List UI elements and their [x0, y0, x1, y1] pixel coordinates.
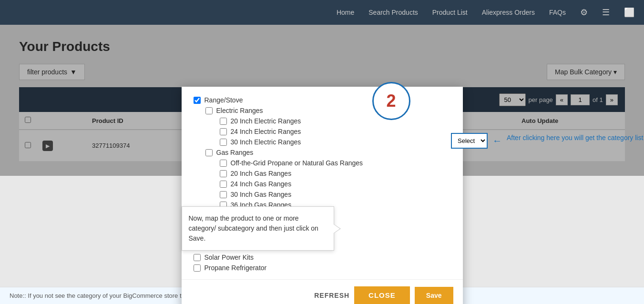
nav-aliexpress-orders[interactable]: Aliexpress Orders — [482, 9, 535, 16]
modal-footer: REFRESH CLOSE Save — [182, 279, 463, 304]
category-checkbox-16[interactable] — [194, 264, 201, 272]
category-item: Solar Power Kits — [194, 253, 451, 261]
category-checkbox-0[interactable] — [194, 97, 201, 104]
category-item: Gas Ranges — [194, 149, 451, 156]
menu-icon[interactable]: ☰ — [602, 7, 610, 18]
category-item: 30 Inch Gas Ranges — [194, 191, 451, 198]
category-checkbox-2[interactable] — [220, 118, 227, 125]
category-label-6: Off-the-Grid Propane or Natural Gas Rang… — [231, 159, 363, 167]
refresh-button[interactable]: REFRESH — [314, 292, 349, 299]
annotation-text: After clicking here you will get the cat… — [507, 134, 644, 142]
arrow-left-icon: ← — [492, 135, 502, 146]
main-content: Your Products filter products ▼ Map Bulk… — [0, 25, 644, 176]
category-checkbox-9[interactable] — [220, 191, 227, 198]
tooltip-bubble: Now, map the product to one or more cate… — [182, 206, 334, 251]
category-item: Range/Stove — [194, 96, 451, 104]
modal-wrapper: 2 Range/StoveElectric Ranges20 Inch Elec… — [182, 87, 463, 304]
top-navigation: Home Search Products Product List Aliexp… — [0, 0, 644, 25]
category-label-1: Electric Ranges — [216, 107, 263, 114]
category-label-5: Gas Ranges — [216, 149, 254, 156]
category-checkbox-3[interactable] — [220, 128, 227, 135]
category-select-dropdown[interactable]: Select — [451, 133, 488, 149]
category-label-16: Propane Refrigerator — [204, 264, 267, 272]
category-label-15: Solar Power Kits — [204, 253, 254, 261]
nav-home[interactable]: Home — [337, 9, 354, 16]
category-checkbox-1[interactable] — [205, 107, 213, 114]
nav-faqs[interactable]: FAQs — [549, 9, 566, 16]
category-item: 20 Inch Gas Ranges — [194, 170, 451, 177]
close-button[interactable]: CLOSE — [354, 286, 410, 304]
category-checkbox-4[interactable] — [220, 139, 227, 146]
category-label-9: 30 Inch Gas Ranges — [231, 191, 292, 198]
nav-search-products[interactable]: Search Products — [368, 9, 418, 16]
category-item: 20 Inch Electric Ranges — [194, 117, 451, 125]
category-modal: Range/StoveElectric Ranges20 Inch Electr… — [182, 87, 463, 304]
category-checkbox-8[interactable] — [220, 181, 227, 188]
category-item: 24 Inch Gas Ranges — [194, 180, 451, 188]
category-checkbox-5[interactable] — [205, 149, 213, 156]
gear-icon[interactable]: ⚙ — [580, 7, 588, 18]
category-label-0: Range/Stove — [204, 96, 243, 104]
category-item: 24 Inch Electric Ranges — [194, 128, 451, 135]
category-label-8: 24 Inch Gas Ranges — [231, 180, 292, 188]
category-item: 30 Inch Electric Ranges — [194, 138, 451, 146]
step-badge: 2 — [372, 82, 410, 120]
category-checkbox-6[interactable] — [220, 160, 227, 167]
category-item: Propane Refrigerator — [194, 264, 451, 272]
tooltip-text: Now, map the product to one or more cate… — [189, 214, 318, 242]
export-icon[interactable]: ⬜ — [624, 7, 634, 18]
category-item: Electric Ranges — [194, 107, 451, 114]
category-label-2: 20 Inch Electric Ranges — [231, 117, 301, 125]
nav-product-list[interactable]: Product List — [432, 9, 468, 16]
category-label-3: 24 Inch Electric Ranges — [231, 128, 301, 135]
category-checkbox-7[interactable] — [220, 170, 227, 177]
category-item: Off-the-Grid Propane or Natural Gas Rang… — [194, 159, 451, 167]
category-label-7: 20 Inch Gas Ranges — [231, 170, 292, 177]
category-label-4: 30 Inch Electric Ranges — [231, 138, 301, 146]
modal-overlay: 2 Range/StoveElectric Ranges20 Inch Elec… — [0, 25, 644, 176]
save-button[interactable]: Save — [415, 287, 453, 304]
category-checkbox-15[interactable] — [194, 254, 201, 261]
